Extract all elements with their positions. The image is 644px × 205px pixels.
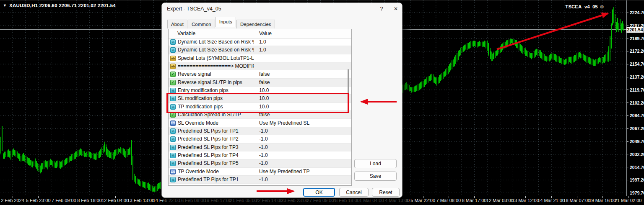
candle	[76, 151, 77, 157]
candle	[2, 126, 3, 151]
save-button[interactable]: Save	[354, 172, 397, 181]
variable-value[interactable]: -1.0	[259, 176, 268, 184]
variable-name: Predefined SL Pips for TP2	[178, 135, 254, 143]
candle	[506, 40, 507, 47]
reset-button[interactable]: Reset	[372, 188, 400, 197]
tab-about[interactable]: About	[167, 20, 187, 28]
candle	[62, 160, 63, 167]
candle	[157, 184, 158, 191]
candle	[416, 85, 417, 91]
candle	[413, 87, 413, 92]
variable-value[interactable]: -1.0	[259, 144, 268, 151]
help-button[interactable]: ?	[377, 3, 387, 15]
candle	[89, 152, 90, 157]
candle	[433, 74, 434, 83]
input-row[interactable]: ½Predefined SL Pips for TP1-1.0	[169, 127, 351, 135]
candle	[65, 159, 66, 165]
candle	[45, 160, 46, 167]
candle	[611, 23, 612, 49]
highlight-box-annotation	[166, 93, 349, 113]
candle	[57, 161, 58, 167]
input-row[interactable]: 123SL Override ModeUse My Predefined SL	[169, 119, 351, 127]
bool-type-icon: ✓	[170, 80, 176, 85]
candle	[88, 151, 88, 157]
ea-smiley-icon[interactable]: ☺	[599, 3, 605, 10]
input-row[interactable]: ½Dynamic Lot Size Based on Risk % for ..…	[169, 38, 351, 46]
candle	[516, 40, 517, 48]
candle	[74, 153, 75, 159]
variable-value[interactable]: false	[259, 70, 270, 78]
candle	[66, 158, 67, 164]
candle	[565, 59, 566, 65]
price-tick	[627, 167, 628, 167]
dialog-titlebar[interactable]: Expert - TSCEA_v4_05 ? ✕	[162, 3, 402, 15]
candle	[120, 147, 121, 154]
candle	[551, 54, 552, 59]
candle	[598, 58, 599, 64]
candle	[607, 52, 608, 62]
variable-value[interactable]: false	[259, 79, 270, 87]
candle	[502, 44, 503, 51]
variable-value[interactable]: -1.0	[259, 127, 268, 135]
candle	[579, 52, 580, 57]
input-row[interactable]: ½Predefined TP Pips for TP1-1.0	[169, 176, 351, 184]
double-type-icon: ½	[170, 145, 176, 150]
candle	[534, 51, 535, 58]
price-axis-label: 2137.20	[630, 74, 644, 79]
candle	[615, 14, 615, 29]
tab-common[interactable]: Common	[188, 20, 215, 28]
variable-value[interactable]: -1.0	[259, 135, 268, 143]
candle	[100, 149, 101, 157]
input-row[interactable]: ½Dynamic Lot Size Based on Risk % for ..…	[169, 46, 351, 54]
candle	[130, 147, 130, 155]
double-type-icon: ½	[170, 47, 176, 53]
candle	[24, 155, 25, 161]
candle	[519, 42, 519, 50]
close-icon[interactable]: ✕	[391, 3, 401, 15]
candle	[436, 77, 437, 85]
variable-name: Predefined SL Pips for TP1	[178, 127, 254, 135]
input-row[interactable]: ½Predefined SL Pips for TP3-1.0	[169, 144, 351, 151]
input-row[interactable]: ½Predefined SL Pips for TP4-1.0	[169, 151, 351, 159]
variable-value[interactable]: Use My Predefined SL	[259, 119, 309, 127]
candle	[153, 187, 154, 192]
candle	[86, 152, 87, 157]
candle	[546, 56, 547, 62]
candle	[135, 177, 136, 183]
cancel-button[interactable]: Cancel	[339, 188, 369, 197]
variable-value[interactable]: -1.0	[259, 151, 268, 159]
variable-value[interactable]: Use My Predefined TP	[259, 168, 310, 176]
candle	[554, 54, 555, 60]
candle	[595, 59, 596, 66]
price-axis-label: 1979.70	[630, 190, 644, 195]
input-row[interactable]: 123TP Override ModeUse My Predefined TP	[169, 168, 351, 176]
ea-name-text: TSCEA_v4_05	[565, 4, 597, 9]
variable-value[interactable]: 1.0	[259, 38, 266, 46]
input-row[interactable]: ½Predefined SL Pips for TP2-1.0	[169, 135, 351, 143]
candle	[419, 83, 420, 90]
candle	[110, 152, 111, 158]
candle	[486, 41, 486, 48]
input-row[interactable]: abSpecial Lots (SYMBOL:LotsTP1-LotsT...	[169, 54, 351, 62]
candle	[96, 152, 97, 159]
input-row[interactable]: ab==================> MODIFICA...	[169, 62, 351, 70]
input-row[interactable]: ✓Reverse signal SL/TP in pipsfalse	[169, 79, 351, 87]
chevron-down-icon[interactable]: ▼	[3, 3, 7, 8]
candle	[131, 140, 132, 165]
candle	[592, 59, 592, 65]
candle	[158, 183, 159, 190]
candle	[470, 41, 471, 48]
tab-inputs[interactable]: Inputs	[216, 17, 236, 27]
input-row[interactable]: ✓Reverse signalfalse	[169, 70, 351, 78]
candle	[428, 76, 428, 82]
tab-dependencies[interactable]: Dependencies	[236, 20, 275, 28]
ok-button[interactable]: OK	[303, 188, 335, 197]
variable-value[interactable]: 1.0	[259, 46, 266, 54]
variable-value[interactable]: -1.0	[259, 159, 268, 167]
candle	[612, 10, 613, 25]
candle	[408, 84, 408, 90]
load-button[interactable]: Load	[354, 159, 397, 168]
candle	[604, 55, 605, 63]
input-row[interactable]: ½Predefined SL Pips for TP5-1.0	[169, 159, 351, 167]
candle	[545, 56, 546, 61]
